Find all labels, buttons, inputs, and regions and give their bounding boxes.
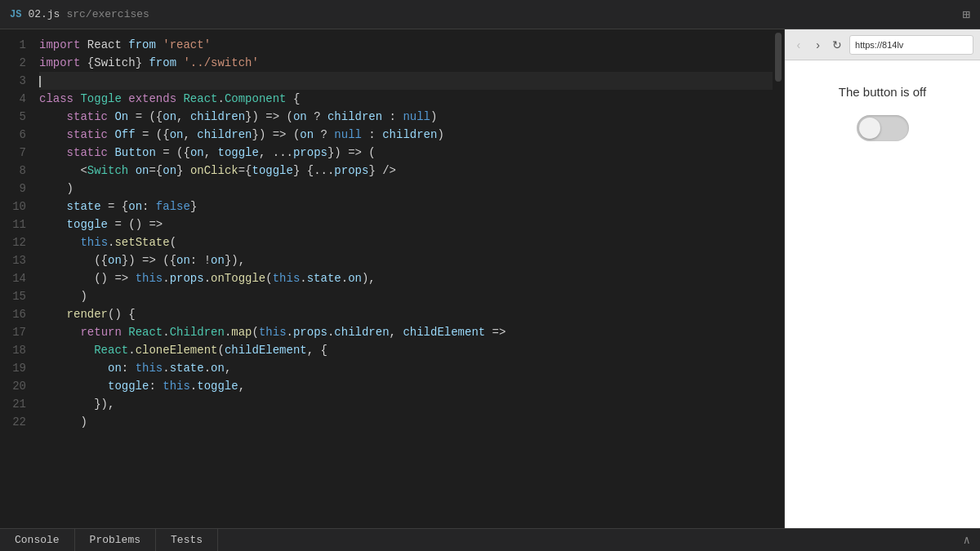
code-line: static Off = ({on, children}) => (on ? n… bbox=[39, 126, 773, 144]
token-fn: render bbox=[67, 308, 108, 321]
token-plain: , ... bbox=[259, 146, 293, 159]
token-evt: onClick bbox=[190, 164, 238, 177]
line-number: 17 bbox=[0, 323, 26, 341]
browser-forward-button[interactable]: › bbox=[811, 36, 826, 54]
tab-console[interactable]: Console bbox=[0, 529, 75, 551]
token-prop: on bbox=[108, 362, 122, 375]
token-plain bbox=[39, 308, 67, 321]
line-number: 1 bbox=[0, 36, 26, 54]
line-number: 21 bbox=[0, 395, 26, 413]
token-plain bbox=[39, 362, 108, 375]
token-plain bbox=[156, 38, 163, 51]
token-plain: . bbox=[163, 272, 169, 285]
tab-problems-label: Problems bbox=[90, 534, 140, 546]
token-prop: children bbox=[334, 326, 389, 339]
tab-tests[interactable]: Tests bbox=[156, 529, 218, 551]
code-line: toggle: this.toggle, bbox=[39, 377, 773, 395]
token-plain: { bbox=[287, 92, 301, 105]
code-line: static Button = ({on, toggle, ...props})… bbox=[39, 144, 773, 162]
token-plain bbox=[39, 200, 67, 213]
token-this-kw: this bbox=[259, 326, 287, 339]
preview-status-text: The button is off bbox=[839, 85, 926, 99]
scrollbar-thumb[interactable] bbox=[775, 33, 782, 82]
token-plain: ( bbox=[217, 344, 224, 357]
code-line: ) bbox=[39, 287, 773, 305]
token-plain: } bbox=[190, 200, 197, 213]
browser-panel: ‹ › ↻ The button is off bbox=[784, 29, 980, 528]
token-plain: React bbox=[80, 38, 128, 51]
token-prop: Button bbox=[114, 146, 155, 159]
token-plain: = ({ bbox=[128, 110, 163, 123]
token-cls: Toggle bbox=[80, 92, 121, 105]
token-cls: React bbox=[94, 344, 128, 357]
file-type-icon: JS bbox=[10, 9, 21, 20]
token-this-kw: this bbox=[136, 272, 163, 285]
token-prop: toggle bbox=[197, 380, 238, 393]
line-number: 12 bbox=[0, 233, 26, 251]
token-prop: on bbox=[348, 272, 362, 285]
token-prop: children bbox=[327, 110, 382, 123]
line-number: 22 bbox=[0, 413, 26, 431]
token-prop: childElement bbox=[225, 344, 307, 357]
token-kw: import bbox=[39, 38, 80, 51]
token-prop: childElement bbox=[403, 326, 485, 339]
token-plain: {Switch} bbox=[80, 56, 149, 69]
code-line: ({on}) => ({on: !on}), bbox=[39, 251, 773, 269]
line-number: 7 bbox=[0, 144, 26, 162]
token-prop: on bbox=[300, 128, 314, 141]
code-line bbox=[39, 72, 773, 90]
token-kw2: from bbox=[149, 56, 176, 69]
token-str: 'react' bbox=[163, 38, 211, 51]
token-tag: Switch bbox=[87, 164, 128, 177]
token-kw: extends bbox=[128, 92, 176, 105]
token-plain: () => bbox=[39, 272, 136, 285]
token-prop: state bbox=[170, 362, 204, 375]
browser-reload-button[interactable]: ↻ bbox=[830, 36, 844, 54]
token-plain bbox=[39, 110, 67, 123]
token-prop: toggle bbox=[252, 164, 293, 177]
token-plain: }) => ( bbox=[245, 110, 293, 123]
editor-area[interactable]: 12345678910111213141516171819202122 impo… bbox=[0, 29, 773, 528]
token-plain: . bbox=[128, 344, 135, 357]
line-number: 5 bbox=[0, 108, 26, 126]
token-prop: props bbox=[293, 146, 327, 159]
token-plain: } bbox=[176, 164, 190, 177]
collapse-panel-icon[interactable]: ∧ bbox=[964, 533, 970, 547]
token-plain: . bbox=[287, 326, 293, 339]
token-plain: , bbox=[176, 110, 190, 123]
token-plain: . bbox=[300, 272, 306, 285]
token-plain bbox=[39, 236, 80, 249]
tab-console-label: Console bbox=[15, 534, 60, 546]
scrollbar-area[interactable] bbox=[773, 29, 784, 528]
token-cls: React bbox=[128, 326, 163, 339]
token-this-kw: this bbox=[136, 362, 163, 375]
code-line: render() { bbox=[39, 305, 773, 323]
token-cls: Component bbox=[225, 92, 287, 105]
code-line: static On = ({on, children}) => (on ? ch… bbox=[39, 108, 773, 126]
token-this-kw: this bbox=[80, 236, 108, 249]
expand-icon[interactable]: ⊞ bbox=[962, 7, 970, 23]
toggle-knob bbox=[859, 118, 880, 139]
token-plain: ( bbox=[265, 272, 272, 285]
token-bool: null bbox=[403, 110, 430, 123]
code-line: on: this.state.on, bbox=[39, 359, 773, 377]
tab-problems[interactable]: Problems bbox=[75, 529, 156, 551]
browser-back-button[interactable]: ‹ bbox=[791, 36, 806, 54]
token-plain: } {... bbox=[293, 164, 334, 177]
top-bar: JS 02.js src/exercises ⊞ bbox=[0, 0, 980, 29]
toggle-switch[interactable] bbox=[857, 115, 909, 141]
token-plain: = () => bbox=[108, 218, 163, 231]
token-plain: ), bbox=[362, 272, 376, 285]
token-this-kw: this bbox=[163, 380, 190, 393]
token-plain: : bbox=[142, 200, 156, 213]
token-plain: . bbox=[190, 380, 197, 393]
token-kw2: from bbox=[128, 38, 156, 51]
token-prop: on bbox=[293, 110, 307, 123]
code-container: 12345678910111213141516171819202122 impo… bbox=[0, 29, 773, 528]
browser-address-bar[interactable] bbox=[849, 35, 973, 55]
token-prop: state bbox=[67, 200, 101, 213]
token-plain: ) bbox=[39, 415, 87, 429]
code-lines: import React from 'react'import {Switch}… bbox=[39, 36, 773, 522]
code-line: ) bbox=[39, 180, 773, 198]
token-prop: children bbox=[382, 128, 437, 141]
